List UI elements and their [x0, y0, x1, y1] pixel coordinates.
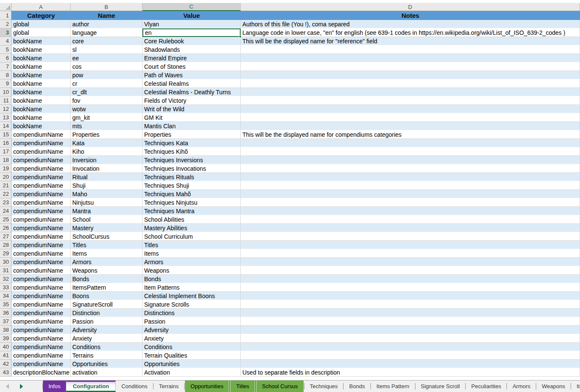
cell-category[interactable]: compendiumName	[11, 232, 71, 241]
cell-value[interactable]: Items	[142, 249, 241, 258]
cell-value[interactable]: GM Kit	[142, 113, 241, 122]
row-number[interactable]: 30	[0, 258, 11, 266]
cell-name[interactable]: Boons	[71, 292, 142, 300]
fill-handle[interactable]	[239, 35, 242, 38]
cell-category[interactable]: compendiumName	[11, 173, 71, 181]
row-number[interactable]: 3	[0, 28, 11, 37]
cell-notes[interactable]	[241, 334, 580, 343]
cell-value[interactable]: School Curriculum	[142, 232, 241, 241]
cell-name[interactable]: Anxiety	[71, 334, 142, 343]
cell-name[interactable]: Titles	[71, 241, 142, 249]
row-number[interactable]: 9	[0, 79, 11, 88]
sheet-tab-peculiarities[interactable]: Peculiarities	[466, 381, 506, 392]
cell-value[interactable]: Titles	[142, 241, 241, 249]
cell-value[interactable]: Celestial Realms - Deathly Turns	[142, 88, 241, 96]
cell-category[interactable]: compendiumName	[11, 343, 71, 351]
cell-category[interactable]: bookName	[11, 113, 71, 122]
prev-sheets-arrow-icon[interactable]	[6, 384, 9, 389]
cell-notes[interactable]	[241, 215, 580, 224]
cell-notes[interactable]	[241, 300, 580, 309]
row-number[interactable]: 35	[0, 300, 11, 309]
cell-category[interactable]: compendiumName	[11, 147, 71, 156]
cell-category[interactable]: bookName	[11, 54, 71, 62]
cell-notes[interactable]	[241, 105, 580, 113]
active-cell[interactable]: en	[142, 28, 241, 37]
cell-notes[interactable]	[241, 258, 580, 266]
cell-name[interactable]: sl	[71, 45, 142, 54]
cell-value[interactable]: Terrain Qualities	[142, 351, 241, 360]
cell-category[interactable]: compendiumName	[11, 275, 71, 283]
cell-notes[interactable]	[241, 173, 580, 181]
cell-notes[interactable]	[241, 292, 580, 300]
row-number[interactable]: 34	[0, 292, 11, 300]
cell-name[interactable]: Terrains	[71, 351, 142, 360]
cell-name[interactable]: ItemsPattern	[71, 283, 142, 292]
cell-category[interactable]: compendiumName	[11, 224, 71, 232]
cell-notes[interactable]	[241, 156, 580, 164]
row-number[interactable]: 7	[0, 62, 11, 71]
row-number[interactable]: 13	[0, 113, 11, 122]
cell-name[interactable]: ee	[71, 54, 142, 62]
cell-name[interactable]: fov	[71, 96, 142, 105]
header-value[interactable]: Value	[142, 11, 241, 20]
column-header-a[interactable]: A	[11, 3, 71, 11]
cell-category[interactable]: compendiumName	[11, 164, 71, 173]
cell-name[interactable]: author	[71, 20, 142, 28]
cell-value[interactable]: Item Patterns	[142, 283, 241, 292]
cell-notes[interactable]	[241, 147, 580, 156]
cell-name[interactable]: core	[71, 37, 142, 45]
cell-name[interactable]: Distinction	[71, 309, 142, 317]
row-number[interactable]: 33	[0, 283, 11, 292]
cell-name[interactable]: Ninjutsu	[71, 198, 142, 207]
cell-category[interactable]: compendiumName	[11, 181, 71, 190]
cell-value[interactable]: Techniques Inversions	[142, 156, 241, 164]
header-name[interactable]: Name	[71, 11, 142, 20]
cell-notes[interactable]	[241, 45, 580, 54]
sheet-tab-weapons[interactable]: Weapons	[536, 381, 571, 392]
next-sheets-arrow-icon[interactable]	[20, 384, 23, 389]
cell-category[interactable]: compendiumName	[11, 241, 71, 249]
row-number[interactable]: 41	[0, 351, 11, 360]
cell-notes[interactable]	[241, 241, 580, 249]
cell-category[interactable]: bookName	[11, 71, 71, 79]
cell-name[interactable]: Armors	[71, 258, 142, 266]
cell-category[interactable]: bookName	[11, 96, 71, 105]
cell-value[interactable]: Armors	[142, 258, 241, 266]
cell-category[interactable]: compendiumName	[11, 198, 71, 207]
cell-category[interactable]: compendiumName	[11, 283, 71, 292]
row-number[interactable]: 4	[0, 37, 11, 45]
sheet-tab-bonds[interactable]: Bonds	[344, 381, 370, 392]
cell-name[interactable]: cr	[71, 79, 142, 88]
cell-notes[interactable]	[241, 122, 580, 130]
cell-value[interactable]: Shadowlands	[142, 45, 241, 54]
row-number[interactable]: 1	[0, 11, 11, 20]
cell-name[interactable]: Adversity	[71, 326, 142, 334]
cell-notes[interactable]	[241, 343, 580, 351]
cell-name[interactable]: Conditions	[71, 343, 142, 351]
cell-notes[interactable]	[241, 198, 580, 207]
cell-notes[interactable]	[241, 88, 580, 96]
cell-value[interactable]: Celestial Realms	[142, 79, 241, 88]
select-all-corner[interactable]	[0, 3, 11, 11]
cell-value[interactable]: Signature Scrolls	[142, 300, 241, 309]
cell-name[interactable]: Invocation	[71, 164, 142, 173]
cell-notes[interactable]	[241, 317, 580, 326]
cell-name[interactable]: Inversion	[71, 156, 142, 164]
row-number[interactable]: 42	[0, 360, 11, 368]
cell-value[interactable]: Weapons	[142, 266, 241, 275]
row-number[interactable]: 43	[0, 368, 11, 377]
cell-category[interactable]: compendiumName	[11, 300, 71, 309]
cell-category[interactable]: compendiumName	[11, 190, 71, 198]
cell-category[interactable]: bookName	[11, 122, 71, 130]
cell-value[interactable]: Bonds	[142, 275, 241, 283]
row-number[interactable]: 15	[0, 130, 11, 139]
cell-value[interactable]: Mantis Clan	[142, 122, 241, 130]
cell-notes[interactable]	[241, 71, 580, 79]
cell-category[interactable]: compendiumName	[11, 249, 71, 258]
row-number[interactable]: 19	[0, 164, 11, 173]
cell-category[interactable]: compendiumName	[11, 266, 71, 275]
cell-category[interactable]: compendiumName	[11, 317, 71, 326]
sheet-tab-signature-scroll[interactable]: Signature Scroll	[415, 381, 466, 392]
cell-value[interactable]: Techniques Kihõ	[142, 147, 241, 156]
cell-name[interactable]: cr_dlt	[71, 88, 142, 96]
